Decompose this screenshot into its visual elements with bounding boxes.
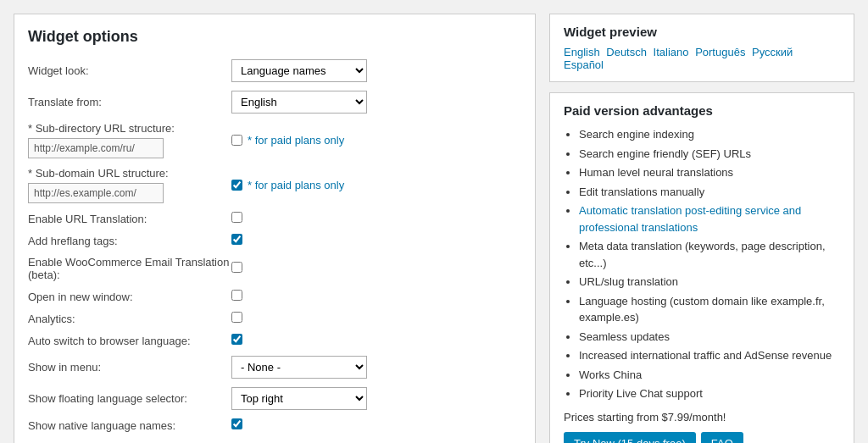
list-item: Meta data translation (keywords, page de…	[579, 238, 840, 271]
preview-lang-english[interactable]: English	[564, 46, 600, 58]
show-native-label: Show native language names:	[28, 419, 231, 432]
enable-url-row: Enable URL Translation:	[28, 212, 521, 225]
preview-lang-deutsch[interactable]: Deutsch	[606, 46, 647, 58]
list-item: Search engine friendly (SEF) URLs	[579, 146, 840, 163]
list-item: URL/slug translation	[579, 274, 840, 291]
woo-checkbox[interactable]	[231, 262, 242, 273]
auto-switch-label: Auto switch to browser language:	[28, 335, 231, 347]
widget-preview-title: Widget preview	[564, 25, 840, 39]
enable-url-label: Enable URL Translation:	[28, 213, 231, 225]
list-item: Increased international traffic and AdSe…	[579, 347, 840, 364]
subdomain-paid-link[interactable]: * for paid plans only	[248, 179, 344, 191]
list-item: Search engine indexing	[579, 126, 840, 143]
analytics-checkbox[interactable]	[231, 312, 242, 323]
widget-look-row: Widget look: Language names	[28, 59, 521, 82]
auto-switch-row: Auto switch to browser language:	[28, 334, 521, 347]
show-native-checkbox[interactable]	[231, 418, 242, 429]
action-buttons: Try Now (15 days free) FAQ Website Trans…	[564, 432, 840, 444]
subdirectory-checkbox[interactable]	[231, 135, 242, 146]
hreflang-label: Add hreflang tags:	[28, 235, 231, 247]
list-item: Edit translations manually	[579, 184, 840, 201]
analytics-label: Analytics:	[28, 313, 231, 325]
widget-look-control: Language names	[231, 59, 521, 82]
new-window-label: Open in new window:	[28, 291, 231, 303]
subdirectory-label: * Sub-directory URL structure:	[28, 122, 231, 158]
enable-url-checkbox[interactable]	[231, 212, 242, 223]
subdirectory-paid: * for paid plans only	[231, 134, 521, 147]
list-item: Priority Live Chat support	[579, 385, 840, 402]
widget-preview-panel: Widget preview English Deutsch Italiano …	[549, 14, 854, 82]
translate-from-control: English	[231, 91, 521, 114]
new-window-checkbox[interactable]	[231, 290, 242, 301]
right-panel: Widget preview English Deutsch Italiano …	[549, 14, 854, 443]
subdomain-checkbox[interactable]	[231, 180, 242, 191]
paid-advantages-title: Paid version advantages	[564, 103, 840, 118]
advantages-list: Search engine indexing Search engine fri…	[564, 126, 840, 402]
preview-lang-espanol[interactable]: Español	[564, 58, 604, 71]
show-floating-select[interactable]: Top right	[231, 387, 367, 410]
woo-row: Enable WooCommerce Email Translation (be…	[28, 256, 521, 281]
translate-from-row: Translate from: English	[28, 91, 521, 114]
subdirectory-row: * Sub-directory URL structure: * for pai…	[28, 122, 521, 158]
preview-lang-russian[interactable]: Русский	[752, 46, 793, 58]
widget-look-select[interactable]: Language names	[231, 59, 367, 82]
widget-options-title: Widget options	[28, 28, 521, 46]
show-in-menu-label: Show in menu:	[28, 361, 231, 374]
show-floating-label: Show floating language selector:	[28, 392, 231, 405]
woo-label: Enable WooCommerce Email Translation (be…	[28, 256, 231, 281]
auto-translate-link[interactable]: Automatic translation post-editing servi…	[579, 204, 801, 234]
preview-lang-italiano[interactable]: Italiano	[654, 46, 689, 58]
new-window-row: Open in new window:	[28, 290, 521, 303]
show-floating-row: Show floating language selector: Top rig…	[28, 387, 521, 410]
price-text: Prices starting from $7.99/month!	[564, 411, 840, 424]
hreflang-row: Add hreflang tags:	[28, 234, 521, 247]
list-item: Human level neural translations	[579, 164, 840, 181]
preview-languages: English Deutsch Italiano Português Русск…	[564, 46, 840, 71]
hreflang-checkbox[interactable]	[231, 234, 242, 245]
subdomain-input[interactable]	[28, 183, 164, 203]
widget-options-panel: Widget options Widget look: Language nam…	[14, 14, 536, 443]
translate-from-label: Translate from:	[28, 96, 231, 108]
show-in-menu-row: Show in menu: - None -	[28, 356, 521, 379]
list-item: Language hosting (custom domain like exa…	[579, 293, 840, 326]
subdomain-label: * Sub-domain URL structure:	[28, 167, 231, 203]
paid-advantages-panel: Paid version advantages Search engine in…	[549, 92, 854, 443]
show-native-row: Show native language names:	[28, 418, 521, 432]
try-now-button[interactable]: Try Now (15 days free)	[564, 432, 696, 444]
subdomain-paid: * for paid plans only	[231, 179, 521, 191]
faq-button[interactable]: FAQ	[701, 432, 743, 444]
subdirectory-paid-link[interactable]: * for paid plans only	[248, 134, 344, 147]
widget-look-label: Widget look:	[28, 64, 231, 77]
list-item: Seamless updates	[579, 329, 840, 346]
preview-lang-portugues[interactable]: Português	[695, 46, 745, 58]
list-item: Works China	[579, 367, 840, 384]
auto-switch-checkbox[interactable]	[231, 334, 242, 345]
list-item: Automatic translation post-editing servi…	[579, 202, 840, 235]
analytics-row: Analytics:	[28, 312, 521, 325]
subdomain-row: * Sub-domain URL structure: * for paid p…	[28, 167, 521, 203]
subdirectory-input[interactable]	[28, 138, 164, 158]
show-in-menu-select[interactable]: - None -	[231, 356, 367, 379]
translate-from-select[interactable]: English	[231, 91, 367, 114]
